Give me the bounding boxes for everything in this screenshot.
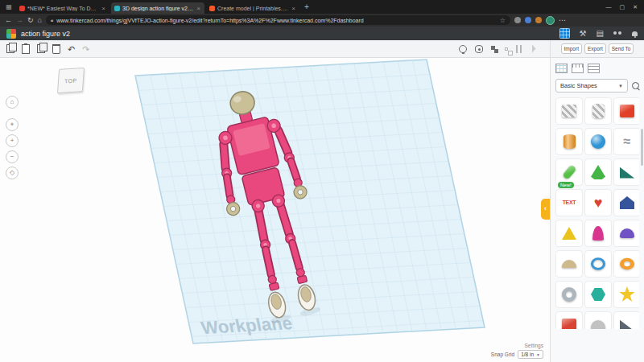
shape-tile-prism[interactable] — [613, 311, 639, 329]
half-sphere-icon — [562, 260, 576, 268]
shape-tile-pyramid[interactable] — [555, 220, 583, 247]
scribble-icon: ≈ — [624, 135, 631, 148]
tube-icon — [562, 287, 576, 302]
group-icon[interactable] — [491, 46, 495, 50]
undo-icon[interactable]: ↶ — [68, 44, 75, 54]
delete-icon[interactable] — [52, 44, 60, 54]
duplicate-icon[interactable] — [37, 44, 45, 53]
extension-icon[interactable] — [514, 17, 521, 23]
design-title[interactable]: action figure v2 — [21, 30, 70, 38]
favorite-star-icon[interactable]: ☆ — [500, 17, 506, 24]
capsule-icon — [562, 164, 576, 180]
notifications-bell-icon[interactable] — [632, 31, 638, 36]
ruler-tool-icon[interactable] — [572, 64, 584, 73]
mirror-icon[interactable] — [532, 45, 540, 53]
send-to-button[interactable]: Send To — [609, 43, 634, 54]
ungroup-icon[interactable] — [505, 47, 508, 51]
shape-tile-text[interactable]: TEXT — [555, 189, 583, 216]
search-icon[interactable] — [632, 82, 639, 89]
notes-tool-icon[interactable] — [588, 64, 600, 73]
paste-icon[interactable] — [22, 44, 30, 54]
tab-close-icon[interactable]: × — [291, 5, 296, 12]
show-all-icon[interactable] — [459, 45, 467, 53]
tab-close-icon[interactable]: × — [101, 5, 106, 12]
shape-tile-torus-thin[interactable] — [584, 250, 612, 278]
shape-tile-cylinder-hole[interactable] — [584, 97, 612, 125]
shape-tile-wedge[interactable] — [613, 158, 639, 186]
zoom-in-icon[interactable]: + — [6, 134, 19, 147]
forward-icon[interactable]: → — [16, 15, 23, 25]
shape-tile-tube[interactable] — [555, 281, 583, 308]
tools-icon[interactable]: ⚒ — [580, 29, 587, 39]
cylinder-hole-icon — [592, 104, 605, 118]
heart-icon: ♥ — [594, 195, 603, 210]
polygon-icon — [591, 288, 605, 301]
collaborate-icon[interactable] — [613, 31, 622, 35]
snap-grid-select[interactable]: 1/8 in ▼ — [518, 350, 543, 359]
panel-actions: Import Export Send To — [550, 40, 644, 58]
view-cube[interactable]: TOP — [57, 68, 85, 93]
tab-close-icon[interactable]: × — [196, 5, 201, 12]
gallery-icon[interactable]: ▤ — [597, 29, 604, 39]
shape-tile-roof[interactable] — [613, 189, 639, 216]
shape-tile-polygon[interactable] — [584, 281, 612, 308]
fit-view-icon[interactable]: ⌖ — [6, 118, 19, 131]
hide-icon[interactable] — [475, 45, 483, 53]
shape-tile-paraboloid[interactable] — [584, 220, 612, 247]
tinkercad-logo-icon[interactable] — [6, 29, 16, 39]
shape-tile-scribble[interactable]: ≈ — [613, 128, 639, 155]
back-icon[interactable]: ← — [5, 15, 12, 25]
copy-icon[interactable] — [6, 44, 14, 53]
extension-icon[interactable] — [535, 17, 542, 23]
refresh-icon[interactable]: ↻ — [27, 15, 34, 25]
workplane-tool-icon[interactable] — [555, 64, 568, 73]
chevron-down-icon: ▼ — [536, 352, 540, 357]
dome-icon — [591, 320, 605, 329]
tinker-grid-icon[interactable] — [559, 28, 570, 39]
roof-icon — [620, 196, 634, 209]
shape-tile-round-roof[interactable] — [613, 220, 639, 247]
cone-icon — [591, 165, 605, 179]
import-button[interactable]: Import — [561, 43, 582, 54]
shape-tile-box-hole[interactable] — [555, 97, 583, 125]
new-tab-button[interactable]: + — [304, 2, 309, 11]
scene-svg: Workplane — [0, 59, 550, 362]
align-icon[interactable] — [516, 45, 524, 53]
viewport[interactable]: Workplane — [0, 59, 550, 362]
panel-scrollbar[interactable] — [641, 129, 643, 166]
export-button[interactable]: Export — [584, 43, 606, 54]
tab-workspaces-icon[interactable]: ▦ — [5, 3, 13, 11]
shape-category-label: Basic Shapes — [560, 82, 597, 89]
shape-tile-star[interactable] — [613, 281, 639, 308]
browser-tab[interactable]: 3D design action figure v2 - Tin× — [111, 2, 204, 14]
shape-category-dropdown[interactable]: Basic Shapes ▼ — [555, 79, 628, 93]
maximize-icon[interactable]: ▢ — [620, 4, 625, 10]
browser-tab[interactable]: *NEW* Easiest Way To Double Fi× — [16, 2, 109, 14]
shape-tile-heart[interactable]: ♥ — [584, 189, 612, 216]
shape-tile-cone[interactable] — [584, 158, 612, 186]
star-icon — [619, 286, 635, 302]
browser-profile-avatar[interactable] — [546, 16, 555, 25]
panel-collapse-handle[interactable]: ‹ — [541, 199, 550, 220]
box-icon — [620, 105, 634, 117]
extension-icon[interactable] — [525, 17, 531, 23]
browser-tab[interactable]: Create model | Printables.com× — [206, 2, 299, 14]
perspective-toggle-icon[interactable]: ◇ — [6, 167, 19, 179]
shape-tile-half-sphere[interactable] — [555, 250, 583, 278]
shape-tile-sphere[interactable] — [584, 128, 612, 155]
header-actions: ⚒ ▤ — [559, 28, 638, 39]
minimize-icon[interactable]: — — [606, 4, 612, 10]
shape-tile-diamond[interactable] — [555, 311, 583, 329]
home-view-icon[interactable]: ⌂ — [6, 96, 19, 109]
close-icon[interactable]: ✕ — [633, 4, 638, 10]
shape-tile-torus[interactable] — [613, 250, 639, 278]
zoom-out-icon[interactable]: − — [6, 150, 19, 163]
shape-tile-box[interactable] — [613, 97, 639, 125]
address-bar[interactable]: 🔒︎ www.tinkercad.com/things/gjVVfTEJO-ac… — [46, 15, 510, 25]
shape-tile-dome[interactable] — [584, 311, 612, 329]
shape-tile-capsule[interactable]: New! — [555, 158, 583, 186]
shape-tile-cylinder[interactable] — [555, 128, 583, 155]
redo-icon[interactable]: ↷ — [82, 44, 89, 54]
home-icon[interactable]: ⌂ — [38, 15, 42, 25]
browser-menu-icon[interactable]: ⋯ — [559, 15, 566, 25]
